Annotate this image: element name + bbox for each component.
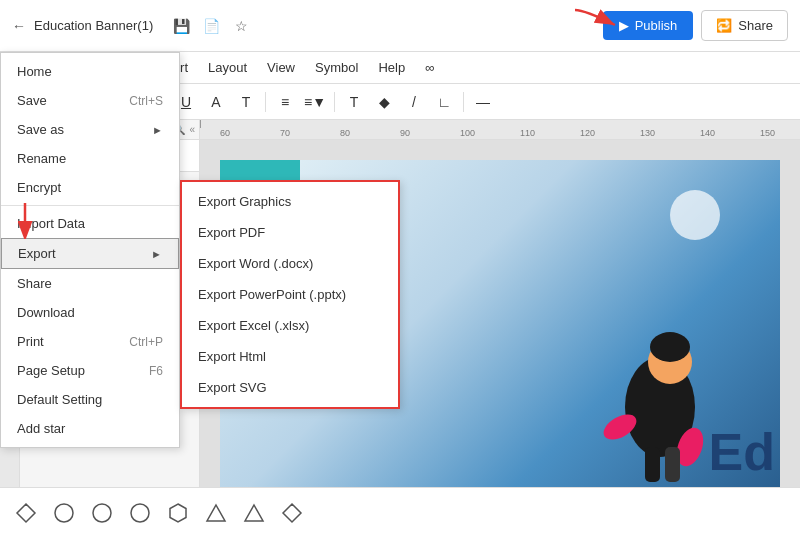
- ruler-label-150: 150: [760, 128, 775, 138]
- menu-view[interactable]: View: [257, 56, 305, 79]
- save-icon[interactable]: 💾: [171, 16, 191, 36]
- publish-button[interactable]: ▶ Publish: [603, 11, 694, 40]
- ruler-label-110: 110: [520, 128, 535, 138]
- menu-item-import-data[interactable]: Import Data: [1, 209, 179, 238]
- font-color-button[interactable]: A: [203, 89, 229, 115]
- top-bar: ← Education Banner(1) 💾 📄 ☆ ▶ Publish 🔁 …: [0, 0, 800, 52]
- menu-item-save-as[interactable]: Save as ►: [1, 115, 179, 144]
- back-icon[interactable]: ←: [12, 18, 26, 34]
- toolbar-sep1: [265, 92, 266, 112]
- export-svg[interactable]: Export SVG: [182, 372, 398, 403]
- menu-item-rename[interactable]: Rename: [1, 144, 179, 173]
- ruler-label-60: 60: [220, 128, 230, 138]
- svg-point-11: [131, 504, 149, 522]
- align-options-button[interactable]: ≡▼: [302, 89, 328, 115]
- svg-rect-7: [665, 447, 680, 482]
- svg-point-9: [55, 504, 73, 522]
- shape-fill-button[interactable]: ◆: [371, 89, 397, 115]
- align-left-button[interactable]: ≡: [272, 89, 298, 115]
- menu-separator1: [1, 205, 179, 206]
- menu-item-encrypt[interactable]: Encrypt: [1, 173, 179, 202]
- menu-item-page-setup[interactable]: Page Setup F6: [1, 356, 179, 385]
- svg-marker-8: [17, 504, 35, 522]
- share-label: Share: [738, 18, 773, 33]
- export-icon[interactable]: 📄: [201, 16, 221, 36]
- menu-item-home[interactable]: Home: [1, 57, 179, 86]
- svg-rect-6: [645, 447, 660, 482]
- file-menu: Home Save Ctrl+S Save as ► Rename Encryp…: [0, 52, 180, 448]
- shape-triangle2[interactable]: [240, 499, 268, 527]
- shapes-bar: [0, 487, 800, 537]
- ruler-label-140: 140: [700, 128, 715, 138]
- collapse-icon[interactable]: «: [189, 124, 195, 135]
- shape-hexagon[interactable]: [164, 499, 192, 527]
- menu-item-download[interactable]: Download: [1, 298, 179, 327]
- export-html[interactable]: Export Html: [182, 341, 398, 372]
- export-excel[interactable]: Export Excel (.xlsx): [182, 310, 398, 341]
- menu-item-export[interactable]: Export ►: [1, 238, 179, 269]
- menu-item-print[interactable]: Print Ctrl+P: [1, 327, 179, 356]
- shape-triangle1[interactable]: [202, 499, 230, 527]
- document-title: Education Banner(1): [34, 18, 153, 33]
- ruler-label-100: 100: [460, 128, 475, 138]
- circle-decoration: [670, 190, 720, 240]
- export-submenu: Export Graphics Export PDF Export Word (…: [180, 180, 400, 409]
- ruler-label-130: 130: [640, 128, 655, 138]
- svg-point-10: [93, 504, 111, 522]
- share-icon: 🔁: [716, 18, 732, 33]
- menu-item-save[interactable]: Save Ctrl+S: [1, 86, 179, 115]
- svg-marker-12: [170, 504, 186, 522]
- menu-item-default-setting[interactable]: Default Setting: [1, 385, 179, 414]
- top-bar-icons: 💾 📄 ☆: [171, 16, 251, 36]
- menu-item-share[interactable]: Share: [1, 269, 179, 298]
- ruler-label-80: 80: [340, 128, 350, 138]
- top-bar-right: ▶ Publish 🔁 Share: [603, 10, 788, 41]
- share-button[interactable]: 🔁 Share: [701, 10, 788, 41]
- line-button[interactable]: /: [401, 89, 427, 115]
- svg-marker-14: [245, 505, 263, 521]
- menu-item-add-star[interactable]: Add star: [1, 414, 179, 443]
- svg-marker-15: [283, 504, 301, 522]
- ruler-tick-60: [200, 120, 201, 128]
- menu-symbol[interactable]: Symbol: [305, 56, 368, 79]
- ruler-main: 60 70 80 90 100 110 120 130 140 150: [200, 120, 800, 139]
- shape-diamond[interactable]: [12, 499, 40, 527]
- shape-circle1[interactable]: [50, 499, 78, 527]
- export-powerpoint[interactable]: Export PowerPoint (.pptx): [182, 279, 398, 310]
- ruler-label-70: 70: [280, 128, 290, 138]
- edu-text: Ed: [709, 422, 775, 482]
- shape-circle3[interactable]: [126, 499, 154, 527]
- shape-circle2[interactable]: [88, 499, 116, 527]
- top-bar-left: ← Education Banner(1) 💾 📄 ☆: [12, 16, 603, 36]
- svg-marker-13: [207, 505, 225, 521]
- menu-help[interactable]: Help: [368, 56, 415, 79]
- export-graphics[interactable]: Export Graphics: [182, 186, 398, 217]
- shape-diamond2[interactable]: [278, 499, 306, 527]
- toolbar-sep2: [334, 92, 335, 112]
- text-box-button[interactable]: T: [341, 89, 367, 115]
- line-style-button[interactable]: —: [470, 89, 496, 115]
- svg-point-3: [650, 332, 690, 362]
- ruler-label-90: 90: [400, 128, 410, 138]
- export-word[interactable]: Export Word (.docx): [182, 248, 398, 279]
- publish-icon: ▶: [619, 18, 629, 33]
- connector-button[interactable]: ∟: [431, 89, 457, 115]
- toolbar-sep3: [463, 92, 464, 112]
- text-align-button[interactable]: T: [233, 89, 259, 115]
- file-menu-dropdown: Home Save Ctrl+S Save as ► Rename Encryp…: [0, 52, 180, 448]
- menu-extras[interactable]: ∞: [415, 56, 444, 79]
- star-icon[interactable]: ☆: [231, 16, 251, 36]
- export-pdf[interactable]: Export PDF: [182, 217, 398, 248]
- publish-label: Publish: [635, 18, 678, 33]
- ruler-label-120: 120: [580, 128, 595, 138]
- menu-layout[interactable]: Layout: [198, 56, 257, 79]
